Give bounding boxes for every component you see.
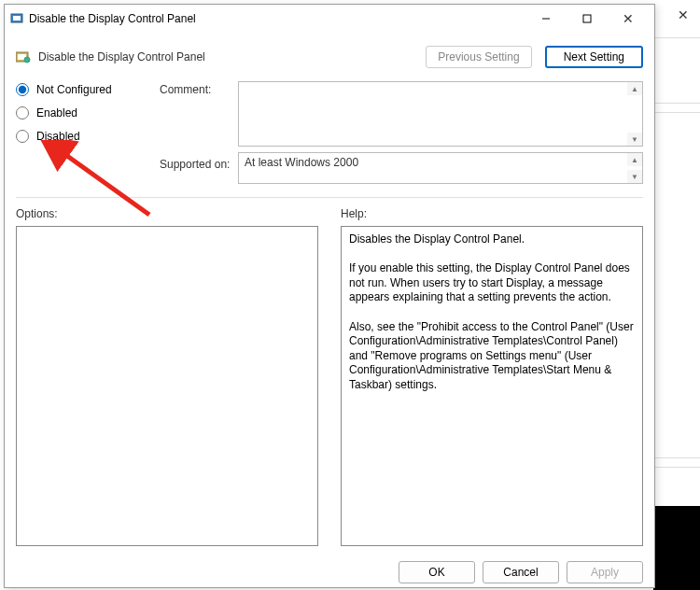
cancel-button[interactable]: Cancel <box>483 561 559 583</box>
divider <box>16 197 643 198</box>
titlebar: Disable the Display Control Panel ✕ <box>5 5 654 33</box>
radio-not-configured[interactable]: Not Configured <box>16 83 156 96</box>
svg-rect-3 <box>583 15 591 22</box>
radio-label: Not Configured <box>36 83 112 96</box>
radio-enabled-input[interactable] <box>16 106 29 119</box>
comment-label: Comment: <box>160 81 234 147</box>
comment-field[interactable]: ▲ ▼ <box>238 81 643 147</box>
apply-button[interactable]: Apply <box>567 561 643 583</box>
svg-point-6 <box>24 57 30 63</box>
supported-value: At least Windows 2000 <box>239 153 642 183</box>
minimize-button[interactable] <box>525 6 567 32</box>
supported-label: Supported on: <box>160 152 234 171</box>
policy-icon <box>10 12 23 25</box>
policy-title: Disable the Display Control Panel <box>38 50 413 63</box>
radio-disabled[interactable]: Disabled <box>16 130 156 143</box>
radio-not-configured-input[interactable] <box>16 83 29 96</box>
close-button[interactable]: ✕ <box>608 6 649 32</box>
policy-header-icon <box>16 50 31 63</box>
help-content: Disables the Display Control Panel. If y… <box>349 232 635 393</box>
radio-label: Disabled <box>36 130 80 143</box>
bg-close-icon: ✕ <box>678 7 689 22</box>
scroll-up-icon[interactable]: ▲ <box>627 153 642 166</box>
previous-setting-button[interactable]: Previous Setting <box>426 46 531 68</box>
options-panel <box>16 226 318 546</box>
header-row: Disable the Display Control Panel Previo… <box>5 33 654 77</box>
svg-rect-1 <box>13 16 21 21</box>
help-label: Help: <box>341 207 643 220</box>
next-setting-button[interactable]: Next Setting <box>545 46 643 68</box>
state-radio-group: Not Configured Enabled Disabled <box>16 81 156 147</box>
scroll-up-icon[interactable]: ▲ <box>627 82 642 95</box>
ok-button[interactable]: OK <box>399 561 475 583</box>
window-title: Disable the Display Control Panel <box>29 12 520 25</box>
radio-disabled-input[interactable] <box>16 130 29 143</box>
help-panel: Disables the Display Control Panel. If y… <box>341 226 643 546</box>
dialog-footer: OK Cancel Apply <box>5 554 654 587</box>
policy-dialog: Disable the Display Control Panel ✕ Disa… <box>4 4 655 588</box>
maximize-button[interactable] <box>567 6 608 32</box>
radio-enabled[interactable]: Enabled <box>16 106 156 119</box>
supported-field: At least Windows 2000 ▲ ▼ <box>238 152 643 184</box>
scroll-down-icon[interactable]: ▼ <box>627 170 642 183</box>
comment-value <box>239 82 642 146</box>
options-label: Options: <box>16 207 318 220</box>
scroll-down-icon[interactable]: ▼ <box>627 133 642 146</box>
radio-label: Enabled <box>36 106 77 119</box>
